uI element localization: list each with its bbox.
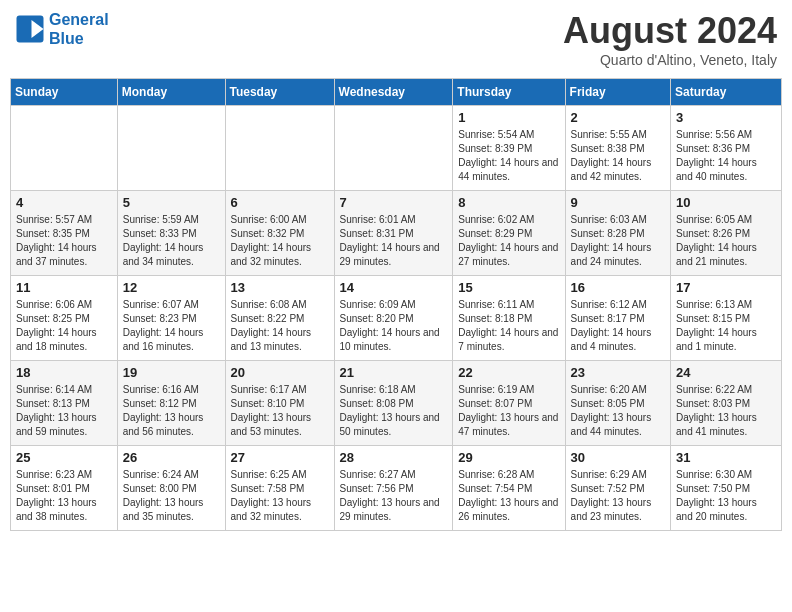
day-cell: 27Sunrise: 6:25 AM Sunset: 7:58 PM Dayli… bbox=[225, 446, 334, 531]
day-info: Sunrise: 6:06 AM Sunset: 8:25 PM Dayligh… bbox=[16, 298, 112, 354]
day-info: Sunrise: 5:59 AM Sunset: 8:33 PM Dayligh… bbox=[123, 213, 220, 269]
day-info: Sunrise: 6:14 AM Sunset: 8:13 PM Dayligh… bbox=[16, 383, 112, 439]
col-header-saturday: Saturday bbox=[671, 79, 782, 106]
calendar-table: SundayMondayTuesdayWednesdayThursdayFrid… bbox=[10, 78, 782, 531]
day-cell: 3Sunrise: 5:56 AM Sunset: 8:36 PM Daylig… bbox=[671, 106, 782, 191]
day-cell: 11Sunrise: 6:06 AM Sunset: 8:25 PM Dayli… bbox=[11, 276, 118, 361]
day-cell: 4Sunrise: 5:57 AM Sunset: 8:35 PM Daylig… bbox=[11, 191, 118, 276]
day-cell: 15Sunrise: 6:11 AM Sunset: 8:18 PM Dayli… bbox=[453, 276, 565, 361]
day-cell: 5Sunrise: 5:59 AM Sunset: 8:33 PM Daylig… bbox=[117, 191, 225, 276]
day-cell: 25Sunrise: 6:23 AM Sunset: 8:01 PM Dayli… bbox=[11, 446, 118, 531]
day-cell: 13Sunrise: 6:08 AM Sunset: 8:22 PM Dayli… bbox=[225, 276, 334, 361]
week-row-2: 4Sunrise: 5:57 AM Sunset: 8:35 PM Daylig… bbox=[11, 191, 782, 276]
day-number: 19 bbox=[123, 365, 220, 380]
day-cell: 20Sunrise: 6:17 AM Sunset: 8:10 PM Dayli… bbox=[225, 361, 334, 446]
day-number: 28 bbox=[340, 450, 448, 465]
day-number: 1 bbox=[458, 110, 559, 125]
day-number: 14 bbox=[340, 280, 448, 295]
day-cell: 16Sunrise: 6:12 AM Sunset: 8:17 PM Dayli… bbox=[565, 276, 670, 361]
day-number: 15 bbox=[458, 280, 559, 295]
day-number: 3 bbox=[676, 110, 776, 125]
day-number: 26 bbox=[123, 450, 220, 465]
page-header: General Blue August 2024 Quarto d'Altino… bbox=[10, 10, 782, 68]
day-info: Sunrise: 6:22 AM Sunset: 8:03 PM Dayligh… bbox=[676, 383, 776, 439]
day-cell: 28Sunrise: 6:27 AM Sunset: 7:56 PM Dayli… bbox=[334, 446, 453, 531]
day-number: 4 bbox=[16, 195, 112, 210]
day-cell bbox=[225, 106, 334, 191]
day-number: 10 bbox=[676, 195, 776, 210]
col-header-friday: Friday bbox=[565, 79, 670, 106]
day-number: 12 bbox=[123, 280, 220, 295]
day-cell: 29Sunrise: 6:28 AM Sunset: 7:54 PM Dayli… bbox=[453, 446, 565, 531]
day-info: Sunrise: 6:30 AM Sunset: 7:50 PM Dayligh… bbox=[676, 468, 776, 524]
day-info: Sunrise: 6:17 AM Sunset: 8:10 PM Dayligh… bbox=[231, 383, 329, 439]
day-cell: 21Sunrise: 6:18 AM Sunset: 8:08 PM Dayli… bbox=[334, 361, 453, 446]
day-cell: 9Sunrise: 6:03 AM Sunset: 8:28 PM Daylig… bbox=[565, 191, 670, 276]
day-info: Sunrise: 5:56 AM Sunset: 8:36 PM Dayligh… bbox=[676, 128, 776, 184]
logo-line1: General bbox=[49, 11, 109, 28]
day-info: Sunrise: 5:54 AM Sunset: 8:39 PM Dayligh… bbox=[458, 128, 559, 184]
day-number: 31 bbox=[676, 450, 776, 465]
col-header-tuesday: Tuesday bbox=[225, 79, 334, 106]
day-info: Sunrise: 6:13 AM Sunset: 8:15 PM Dayligh… bbox=[676, 298, 776, 354]
day-info: Sunrise: 6:08 AM Sunset: 8:22 PM Dayligh… bbox=[231, 298, 329, 354]
day-cell: 6Sunrise: 6:00 AM Sunset: 8:32 PM Daylig… bbox=[225, 191, 334, 276]
day-number: 7 bbox=[340, 195, 448, 210]
day-cell: 2Sunrise: 5:55 AM Sunset: 8:38 PM Daylig… bbox=[565, 106, 670, 191]
day-info: Sunrise: 6:03 AM Sunset: 8:28 PM Dayligh… bbox=[571, 213, 665, 269]
day-cell: 23Sunrise: 6:20 AM Sunset: 8:05 PM Dayli… bbox=[565, 361, 670, 446]
day-info: Sunrise: 6:00 AM Sunset: 8:32 PM Dayligh… bbox=[231, 213, 329, 269]
day-info: Sunrise: 6:01 AM Sunset: 8:31 PM Dayligh… bbox=[340, 213, 448, 269]
col-header-thursday: Thursday bbox=[453, 79, 565, 106]
day-cell: 30Sunrise: 6:29 AM Sunset: 7:52 PM Dayli… bbox=[565, 446, 670, 531]
logo-line2: Blue bbox=[49, 30, 84, 47]
day-number: 6 bbox=[231, 195, 329, 210]
logo-icon bbox=[15, 14, 45, 44]
day-cell: 12Sunrise: 6:07 AM Sunset: 8:23 PM Dayli… bbox=[117, 276, 225, 361]
day-cell: 10Sunrise: 6:05 AM Sunset: 8:26 PM Dayli… bbox=[671, 191, 782, 276]
day-number: 30 bbox=[571, 450, 665, 465]
day-number: 18 bbox=[16, 365, 112, 380]
day-info: Sunrise: 6:12 AM Sunset: 8:17 PM Dayligh… bbox=[571, 298, 665, 354]
day-number: 27 bbox=[231, 450, 329, 465]
header-row: SundayMondayTuesdayWednesdayThursdayFrid… bbox=[11, 79, 782, 106]
day-cell: 14Sunrise: 6:09 AM Sunset: 8:20 PM Dayli… bbox=[334, 276, 453, 361]
day-cell: 17Sunrise: 6:13 AM Sunset: 8:15 PM Dayli… bbox=[671, 276, 782, 361]
day-number: 21 bbox=[340, 365, 448, 380]
day-number: 5 bbox=[123, 195, 220, 210]
day-cell: 31Sunrise: 6:30 AM Sunset: 7:50 PM Dayli… bbox=[671, 446, 782, 531]
day-number: 22 bbox=[458, 365, 559, 380]
day-info: Sunrise: 6:05 AM Sunset: 8:26 PM Dayligh… bbox=[676, 213, 776, 269]
day-cell: 7Sunrise: 6:01 AM Sunset: 8:31 PM Daylig… bbox=[334, 191, 453, 276]
day-info: Sunrise: 6:02 AM Sunset: 8:29 PM Dayligh… bbox=[458, 213, 559, 269]
day-cell: 18Sunrise: 6:14 AM Sunset: 8:13 PM Dayli… bbox=[11, 361, 118, 446]
location-subtitle: Quarto d'Altino, Veneto, Italy bbox=[563, 52, 777, 68]
day-info: Sunrise: 5:55 AM Sunset: 8:38 PM Dayligh… bbox=[571, 128, 665, 184]
col-header-sunday: Sunday bbox=[11, 79, 118, 106]
day-info: Sunrise: 6:20 AM Sunset: 8:05 PM Dayligh… bbox=[571, 383, 665, 439]
week-row-3: 11Sunrise: 6:06 AM Sunset: 8:25 PM Dayli… bbox=[11, 276, 782, 361]
day-cell: 26Sunrise: 6:24 AM Sunset: 8:00 PM Dayli… bbox=[117, 446, 225, 531]
logo: General Blue bbox=[15, 10, 109, 48]
day-number: 13 bbox=[231, 280, 329, 295]
day-number: 17 bbox=[676, 280, 776, 295]
day-cell: 24Sunrise: 6:22 AM Sunset: 8:03 PM Dayli… bbox=[671, 361, 782, 446]
day-info: Sunrise: 6:16 AM Sunset: 8:12 PM Dayligh… bbox=[123, 383, 220, 439]
day-number: 9 bbox=[571, 195, 665, 210]
col-header-wednesday: Wednesday bbox=[334, 79, 453, 106]
day-info: Sunrise: 6:29 AM Sunset: 7:52 PM Dayligh… bbox=[571, 468, 665, 524]
calendar-body: 1Sunrise: 5:54 AM Sunset: 8:39 PM Daylig… bbox=[11, 106, 782, 531]
day-number: 29 bbox=[458, 450, 559, 465]
day-info: Sunrise: 6:23 AM Sunset: 8:01 PM Dayligh… bbox=[16, 468, 112, 524]
week-row-1: 1Sunrise: 5:54 AM Sunset: 8:39 PM Daylig… bbox=[11, 106, 782, 191]
day-info: Sunrise: 6:24 AM Sunset: 8:00 PM Dayligh… bbox=[123, 468, 220, 524]
day-number: 20 bbox=[231, 365, 329, 380]
day-number: 25 bbox=[16, 450, 112, 465]
day-cell bbox=[11, 106, 118, 191]
day-number: 11 bbox=[16, 280, 112, 295]
week-row-5: 25Sunrise: 6:23 AM Sunset: 8:01 PM Dayli… bbox=[11, 446, 782, 531]
day-info: Sunrise: 6:28 AM Sunset: 7:54 PM Dayligh… bbox=[458, 468, 559, 524]
day-cell: 22Sunrise: 6:19 AM Sunset: 8:07 PM Dayli… bbox=[453, 361, 565, 446]
day-cell bbox=[334, 106, 453, 191]
logo-text: General Blue bbox=[49, 10, 109, 48]
